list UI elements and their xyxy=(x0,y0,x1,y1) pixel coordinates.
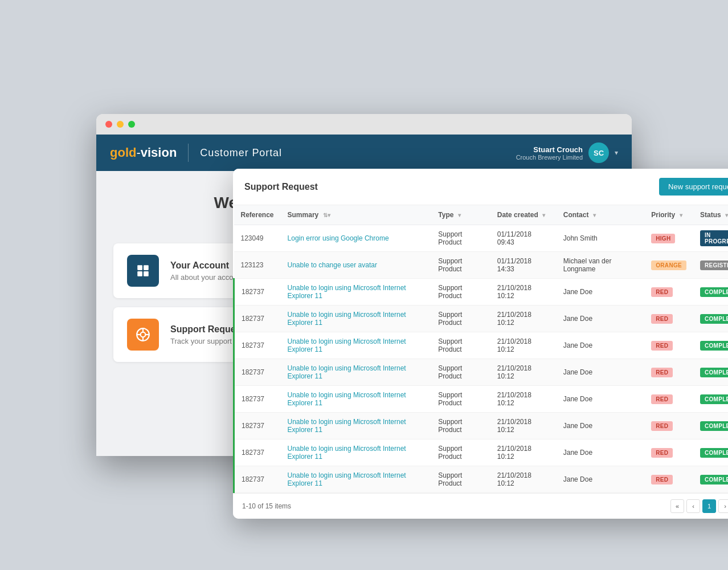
svg-point-5 xyxy=(141,332,146,337)
status-badge: IN PROGRESS xyxy=(700,230,728,246)
cell-ref: 182737 xyxy=(234,306,281,332)
summary-link[interactable]: Unable to login using Microsoft Internet… xyxy=(288,311,406,327)
support-table: Reference Summary ⇅▾ Type ▾ Date created… xyxy=(233,205,728,493)
status-badge: COMPLETED xyxy=(700,448,728,458)
page-current-button[interactable]: 1 xyxy=(702,499,716,513)
cell-summary[interactable]: Unable to login using Microsoft Internet… xyxy=(281,332,432,359)
summary-link[interactable]: Unable to login using Microsoft Internet… xyxy=(288,391,406,407)
cell-priority: HIGH xyxy=(644,225,693,252)
cell-type: Support Product xyxy=(431,279,490,306)
page-first-button[interactable]: « xyxy=(670,499,684,513)
svg-rect-2 xyxy=(137,271,142,276)
col-date[interactable]: Date created ▾ xyxy=(490,205,557,225)
col-type[interactable]: Type ▾ xyxy=(431,205,490,225)
cell-priority: RED xyxy=(644,306,693,332)
account-icon xyxy=(127,255,159,287)
col-priority[interactable]: Priority ▾ xyxy=(644,205,693,225)
cell-type: Support Product xyxy=(431,439,490,466)
support-overlay-panel: Support Request New support request Refe… xyxy=(233,169,728,519)
col-summary[interactable]: Summary ⇅▾ xyxy=(281,205,432,225)
cell-ref: 123049 xyxy=(234,225,281,252)
cell-date: 21/10/2018 10:12 xyxy=(490,279,557,306)
priority-badge: RED xyxy=(651,341,673,351)
cell-contact: Jane Doe xyxy=(557,306,645,332)
priority-badge: RED xyxy=(651,368,673,377)
cell-summary[interactable]: Login error using Google Chrome xyxy=(281,225,432,252)
table-row: 123049 Login error using Google Chrome S… xyxy=(234,225,729,252)
table-row: 182737 Unable to login using Microsoft I… xyxy=(234,413,729,439)
page-prev-button[interactable]: ‹ xyxy=(686,499,700,513)
priority-badge: RED xyxy=(651,448,673,458)
priority-filter-icon: ▾ xyxy=(680,212,682,218)
dropdown-arrow-icon[interactable]: ▾ xyxy=(615,149,618,157)
col-status[interactable]: Status ▾ xyxy=(693,205,728,225)
cell-priority: RED xyxy=(644,466,693,493)
cell-summary[interactable]: Unable to login using Microsoft Internet… xyxy=(281,279,432,306)
logo-gold: gold xyxy=(110,145,136,160)
cell-priority: RED xyxy=(644,279,693,306)
pagination-controls: « ‹ 1 › » xyxy=(670,499,728,513)
cell-status: COMPLETED xyxy=(693,466,728,493)
cell-date: 21/10/2018 10:12 xyxy=(490,332,557,359)
priority-badge: ORANGE xyxy=(651,260,686,270)
table-row: 182737 Unable to login using Microsoft I… xyxy=(234,359,729,386)
page-next-button[interactable]: › xyxy=(718,499,728,513)
cell-priority: RED xyxy=(644,413,693,439)
cell-summary[interactable]: Unable to login using Microsoft Internet… xyxy=(281,359,432,386)
summary-link[interactable]: Login error using Google Chrome xyxy=(288,234,389,242)
summary-link[interactable]: Unable to login using Microsoft Internet… xyxy=(288,364,406,380)
table-row: 182737 Unable to login using Microsoft I… xyxy=(234,279,729,306)
avatar[interactable]: SC xyxy=(588,142,609,163)
summary-link[interactable]: Unable to login using Microsoft Internet… xyxy=(288,418,406,434)
cell-priority: RED xyxy=(644,332,693,359)
cell-summary[interactable]: Unable to login using Microsoft Internet… xyxy=(281,386,432,413)
new-support-request-button[interactable]: New support request xyxy=(659,178,728,196)
cell-summary[interactable]: Unable to login using Microsoft Internet… xyxy=(281,413,432,439)
table-row: 182737 Unable to login using Microsoft I… xyxy=(234,439,729,466)
summary-link[interactable]: Unable to login using Microsoft Internet… xyxy=(288,284,406,300)
minimize-dot xyxy=(117,121,124,128)
top-navigation: gold-vision Customer Portal Stuart Crouc… xyxy=(96,135,632,171)
status-badge: COMPLETED xyxy=(700,368,728,377)
priority-badge: RED xyxy=(651,475,673,484)
type-filter-icon: ▾ xyxy=(458,212,461,218)
cell-type: Support Product xyxy=(431,252,490,279)
priority-badge: RED xyxy=(651,421,673,431)
cell-contact: Jane Doe xyxy=(557,279,645,306)
cell-contact: Jane Doe xyxy=(557,332,645,359)
cell-status: COMPLETED xyxy=(693,279,728,306)
col-contact[interactable]: Contact ▾ xyxy=(557,205,645,225)
priority-badge: RED xyxy=(651,394,673,404)
browser-window: gold-vision Customer Portal Stuart Crouc… xyxy=(96,114,632,456)
priority-badge: RED xyxy=(651,314,673,324)
nav-left: gold-vision Customer Portal xyxy=(110,144,282,162)
cell-summary[interactable]: Unable to change user avatar xyxy=(281,252,432,279)
svg-rect-1 xyxy=(144,265,149,270)
cell-status: COMPLETED xyxy=(693,386,728,413)
summary-link[interactable]: Unable to login using Microsoft Internet… xyxy=(288,445,406,461)
user-company: Crouch Brewery Limited xyxy=(516,154,583,161)
logo-vision: vision xyxy=(141,145,177,160)
summary-link[interactable]: Unable to login using Microsoft Internet… xyxy=(288,337,406,353)
user-info: Stuart Crouch Crouch Brewery Limited xyxy=(516,145,583,161)
cell-ref: 182737 xyxy=(234,386,281,413)
summary-link[interactable]: Unable to change user avatar xyxy=(288,261,377,269)
maximize-dot xyxy=(128,121,135,128)
cell-priority: RED xyxy=(644,439,693,466)
logo: gold-vision xyxy=(110,145,177,160)
support-icon xyxy=(127,319,159,351)
nav-divider xyxy=(188,144,189,162)
status-filter-icon: ▾ xyxy=(725,212,728,218)
cell-summary[interactable]: Unable to login using Microsoft Internet… xyxy=(281,439,432,466)
status-badge: COMPLETED xyxy=(700,314,728,324)
cell-date: 21/10/2018 10:12 xyxy=(490,466,557,493)
cell-date: 21/10/2018 10:12 xyxy=(490,306,557,332)
status-badge: COMPLETED xyxy=(700,475,728,484)
cell-status: COMPLETED xyxy=(693,439,728,466)
summary-link[interactable]: Unable to login using Microsoft Internet… xyxy=(288,471,406,487)
cell-summary[interactable]: Unable to login using Microsoft Internet… xyxy=(281,466,432,493)
cell-summary[interactable]: Unable to login using Microsoft Internet… xyxy=(281,306,432,332)
cell-contact: Jane Doe xyxy=(557,413,645,439)
pagination-info: 1-10 of 15 items xyxy=(242,502,291,510)
cell-type: Support Product xyxy=(431,359,490,386)
